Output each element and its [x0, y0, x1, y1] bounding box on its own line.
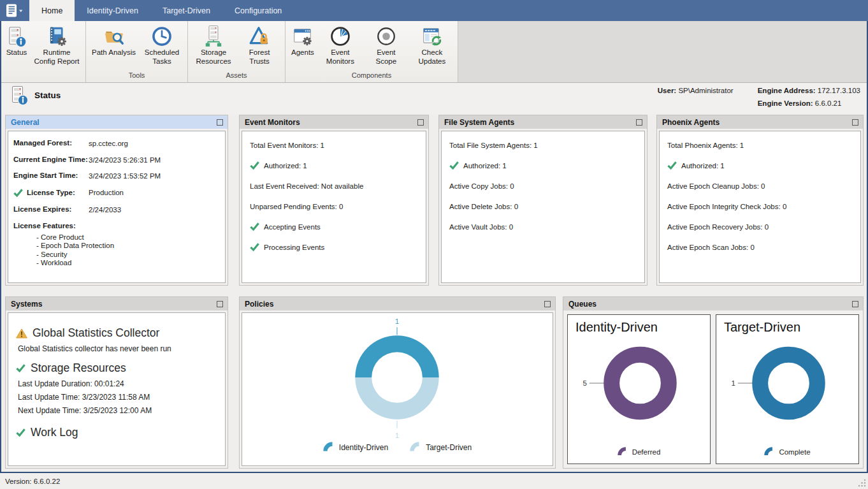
- status-row: Processing Events: [250, 242, 418, 252]
- general-row-label: License Expires:: [13, 205, 89, 213]
- panel-popout-button[interactable]: [217, 301, 223, 307]
- tab-identity-driven[interactable]: Identity-Driven: [75, 0, 150, 21]
- general-row-value: 3/24/2023 1:53:52 PM: [89, 172, 161, 180]
- panel-popout-button[interactable]: [636, 119, 642, 126]
- legend-target-driven: Target-Driven: [410, 442, 472, 453]
- status-row-text: Active Vault Jobs: 0: [449, 223, 513, 231]
- status-row: Active Epoch Scan Jobs: 0: [667, 242, 853, 252]
- panel-queues-header: Queues: [563, 297, 863, 310]
- status-row-text: Accepting Events: [264, 223, 321, 231]
- work-log-section: Work Log: [16, 426, 216, 439]
- user-info: User: SP\Administrator: [658, 87, 734, 94]
- user-value: SP\Administrator: [678, 87, 733, 94]
- general-row: License Features:: [13, 222, 220, 230]
- ribbon-group-label: Components: [286, 71, 458, 82]
- panel-phoenix-agents: Phoenix Agents Total Phoenix Agents: 1 A…: [656, 115, 864, 286]
- status-row-text: Last Event Received: Not available: [250, 182, 363, 190]
- ribbon-group-components: Agents Event Monitors Event Scope: [286, 21, 458, 82]
- status-row: Authorized: 1: [250, 161, 418, 170]
- general-row-label: License Features:: [13, 222, 89, 230]
- engine-address-value: 172.17.3.103: [818, 87, 860, 94]
- check-icon: [449, 161, 459, 170]
- queue-legend-deferred: Deferred: [568, 447, 710, 457]
- status-row: Accepting Events: [250, 222, 418, 231]
- tab-configuration[interactable]: Configuration: [222, 0, 294, 21]
- panel-popout-button[interactable]: [852, 301, 858, 307]
- panel-popout-button[interactable]: [217, 119, 223, 126]
- runtime-config-report-icon: [46, 26, 68, 47]
- policies-top-value: 1: [395, 317, 399, 325]
- section-title: Storage Resources: [31, 361, 126, 375]
- ribbon-group-label: Tools: [86, 71, 187, 82]
- ribbon: Status Runtime Config Report: [0, 21, 868, 83]
- license-feature: - Epoch Data Protection: [36, 242, 220, 251]
- general-row-value: sp.cctec.org: [89, 139, 128, 147]
- status-row-text: Total File System Agents: 1: [449, 142, 538, 149]
- status-row-text: Active Epoch Integrity Check Jobs: 0: [667, 203, 786, 210]
- status-row: Active Delete Jobs: 0: [449, 201, 637, 211]
- identity-queue-donut-chart: 5: [568, 335, 710, 432]
- panel-policies: Policies 1 1 Identity-Driven Target-Driv…: [239, 296, 556, 469]
- status-row: Authorized: 1: [449, 161, 637, 170]
- storage-resources-button[interactable]: Storage Resources: [191, 24, 236, 67]
- panel-popout-button[interactable]: [544, 301, 551, 307]
- section-line: Last Update Time: 3/23/2023 11:58 AM: [18, 393, 216, 402]
- check-updates-button[interactable]: Check Updates: [409, 24, 455, 67]
- panel-systems-title: Systems: [11, 300, 217, 309]
- tab-home[interactable]: Home: [29, 0, 75, 21]
- engine-address-label: Engine Address:: [758, 87, 816, 94]
- engine-version-label: Engine Version:: [758, 99, 813, 107]
- general-row: License Expires: 2/24/2033: [13, 205, 220, 214]
- ribbon-group-tools: Path Analysis Scheduled Tasks Tools: [86, 21, 188, 82]
- status-row-text: Active Delete Jobs: 0: [449, 203, 518, 210]
- agents-button[interactable]: Agents: [288, 24, 317, 59]
- arc-swatch-icon: [764, 447, 774, 457]
- tab-target-driven[interactable]: Target-Driven: [150, 0, 222, 21]
- storage-resources-icon: [203, 26, 224, 47]
- panel-systems-body: Global Statistics Collector Global Stati…: [8, 312, 226, 466]
- panel-popout-button[interactable]: [852, 119, 858, 126]
- panel-queues-body: Identity-Driven 5 Deferred Target-Driven…: [567, 314, 859, 464]
- status-row-text: Processing Events: [264, 244, 324, 251]
- runtime-config-report-button[interactable]: Runtime Config Report: [31, 24, 83, 67]
- section-line: Next Update Time: 3/25/2023 12:00 AM: [18, 406, 216, 415]
- status-row: Active Epoch Cleanup Jobs: 0: [667, 181, 853, 191]
- scheduled-tasks-icon: [151, 26, 173, 47]
- scheduled-tasks-label: Scheduled Tasks: [142, 48, 182, 66]
- general-row-label: Engine Start Time:: [13, 172, 89, 179]
- status-row: Active Epoch Integrity Check Jobs: 0: [667, 201, 853, 211]
- panel-file-system-agents: File System Agents Total File System Age…: [438, 115, 647, 286]
- event-monitors-icon: [329, 26, 351, 47]
- queue-card-identity-driven: Identity-Driven 5 Deferred: [567, 314, 711, 464]
- status-row-text: Total Phoenix Agents: 1: [667, 142, 744, 149]
- queue-donut-ring: [612, 354, 669, 412]
- panel-queues-title: Queues: [568, 300, 852, 309]
- panel-event-monitors: Event Monitors Total Event Monitors: 1 A…: [239, 115, 429, 286]
- license-features-list: - Core Product - Epoch Data Protection -…: [36, 233, 220, 268]
- status-button[interactable]: Status: [3, 24, 31, 59]
- status-row: Last Event Received: Not available: [250, 181, 418, 191]
- panel-popout-button[interactable]: [417, 119, 424, 126]
- runtime-config-report-label: Runtime Config Report: [34, 48, 80, 66]
- resize-grip[interactable]: [857, 478, 866, 487]
- storage-resources-label: Storage Resources: [194, 48, 233, 66]
- status-row-text: Active Copy Jobs: 0: [449, 182, 514, 190]
- general-row-label: Current Engine Time:: [13, 156, 89, 163]
- agents-icon: [292, 26, 314, 47]
- policies-legend: Identity-Driven Target-Driven: [242, 442, 553, 453]
- arc-swatch-icon: [410, 442, 421, 453]
- status-row: Active Vault Jobs: 0: [449, 222, 637, 231]
- version-text: Version: 6.6.0.22: [5, 478, 60, 485]
- status-row-text: Total Event Monitors: 1: [250, 142, 324, 149]
- app-menu-button[interactable]: [0, 0, 29, 21]
- event-scope-button[interactable]: Event Scope: [363, 24, 409, 67]
- path-analysis-button[interactable]: Path Analysis: [89, 24, 139, 59]
- panel-general-body: Managed Forest: sp.cctec.org Current Eng…: [8, 131, 226, 283]
- forest-trusts-icon: [249, 26, 270, 47]
- event-monitors-button[interactable]: Event Monitors: [317, 24, 363, 67]
- event-monitors-label: Event Monitors: [321, 48, 360, 66]
- queue-legend-complete: Complete: [716, 447, 858, 457]
- forest-trusts-button[interactable]: Forest Trusts: [236, 24, 282, 67]
- scheduled-tasks-button[interactable]: Scheduled Tasks: [139, 24, 185, 67]
- check-icon: [16, 363, 25, 373]
